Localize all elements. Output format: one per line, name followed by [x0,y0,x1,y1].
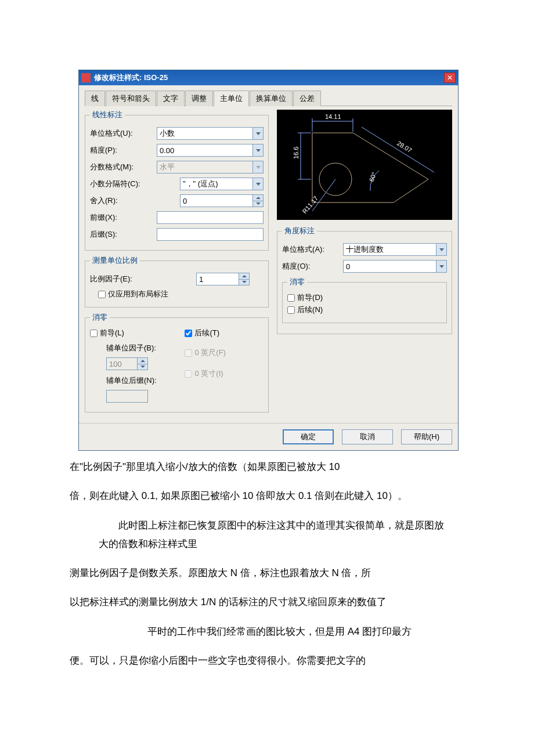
ang-unit-format-combo[interactable]: 十进制度数 [343,243,447,256]
sub-suffix-input [106,390,148,403]
tab-lines[interactable]: 线 [85,91,105,106]
dialog-title: 修改标注样式: ISO-25 [94,73,444,83]
ang-unit-format-label: 单位格式(A): [282,244,343,255]
trailing-checkbox[interactable] [185,330,192,337]
tab-strip: 线 符号和箭头 文字 调整 主单位 换算单位 公差 [85,90,452,106]
svg-text:28.07: 28.07 [396,140,413,154]
close-icon[interactable]: ✕ [444,73,456,83]
sub-factor-spinner: 100 [106,357,148,370]
scale-group: 测量单位比例 比例因子(E): 1 仅应用到布局标注 [85,255,269,308]
prefix-label: 前缀(X): [90,212,157,223]
layout-only-checkbox[interactable] [98,291,106,298]
chevron-down-icon [252,161,263,173]
tab-tolerance[interactable]: 公差 [293,91,321,106]
svg-line-12 [362,127,434,172]
cancel-button[interactable]: 取消 [342,429,393,444]
help-button[interactable]: 帮助(H) [401,429,452,444]
angular-legend: 角度标注 [282,226,317,236]
article-p6: 平时的工作中我们经常画的图比较大，但是用 A4 图打印最方 [128,623,453,641]
article-p1: 在"比例因子"那里填入缩小/放大的倍数（如果原图已被放大 10 [70,458,464,476]
tab-alt-units[interactable]: 换算单位 [250,91,293,106]
svg-line-3 [353,133,428,179]
ok-button[interactable]: 确定 [283,429,334,444]
tab-text[interactable]: 文字 [157,91,185,106]
modify-dimstyle-dialog: 修改标注样式: ISO-25 ✕ 线 符号和箭头 文字 调整 主单位 换算单位 … [78,70,459,451]
scale-factor-label: 比例因子(E): [90,274,157,284]
decimal-sep-combo[interactable]: "，" (逗点) [180,178,264,190]
scale-factor-spinner[interactable]: 1 [196,273,250,285]
zero-inch-label: 0 英寸(I) [194,368,223,379]
article-p4: 测量比例因子是倒数关系。原图放大 N 倍，标注也跟着放大 N 倍，所 [70,564,464,583]
suffix-label: 后缀(S): [90,229,157,240]
suffix-input[interactable] [157,228,264,241]
decimal-sep-label: 小数分隔符(C): [90,179,157,189]
unit-format-combo[interactable]: 小数 [157,127,264,140]
fraction-format-combo: 水平 [157,161,264,173]
ang-precision-combo[interactable]: 0 [343,260,447,273]
chevron-down-icon [436,244,446,255]
leading-checkbox[interactable] [90,330,98,337]
chevron-down-icon [252,128,263,139]
titlebar[interactable]: 修改标注样式: ISO-25 ✕ [79,70,458,85]
article-p3: 此时图上标注都已恢复原图中的标注这其中的道理其实很简单，就是原图放大的倍数和标注… [99,516,453,554]
linear-legend: 线性标注 [90,110,125,120]
trailing-label: 后续(T) [194,328,219,338]
article-p2: 倍，则在此键入 0.1, 如果原图已被缩小 10 倍即放大 0.1 倍则在此键入… [70,487,464,505]
round-label: 舍入(R): [90,196,157,206]
chevron-down-icon [436,261,446,272]
precision-label: 精度(P): [90,145,157,155]
ang-leading-label: 前导(D) [297,292,323,303]
sub-factor-label: 辅单位因子(B): [106,343,163,353]
zero-feet-checkbox [185,349,192,357]
tab-fit[interactable]: 调整 [185,91,213,106]
ang-leading-checkbox[interactable] [287,294,295,302]
ang-zero-legend: 消零 [287,277,307,287]
precision-combo[interactable]: 0.00 [157,144,264,157]
article-text: 在"比例因子"那里填入缩小/放大的倍数（如果原图已被放大 10 倍，则在此键入 … [70,458,464,670]
ang-trailing-checkbox[interactable] [287,306,295,314]
round-spinner[interactable]: 0 [180,194,264,207]
fraction-format-label: 分数格式(M): [90,162,157,172]
linear-dim-group: 线性标注 单位格式(U): 小数 精度(P): 0.00 分数格式(M): 水平 [85,110,269,251]
dimension-preview: 14.11 16.6 28.07 60° R11.17 [277,110,452,220]
unit-format-label: 单位格式(U): [90,128,157,139]
app-icon [81,73,91,82]
sub-suffix-label: 辅单位后缀(N): [106,375,163,386]
article-p5: 以把标注样式的测量比例放大 1/N 的话标注的尺寸就又缩回原来的数值了 [70,593,464,612]
tab-symbols[interactable]: 符号和箭头 [106,91,156,106]
layout-only-label: 仅应用到布局标注 [108,289,168,299]
svg-text:60°: 60° [368,171,378,183]
zero-legend: 消零 [90,312,110,323]
article-p7: 便。可以，只是你缩小后图中一些文字也变得很小。你需要把文字的 [70,652,464,670]
zero-suppress-group: 消零 前导(L) 辅单位因子(B): [85,312,269,413]
zero-feet-label: 0 英尺(F) [194,348,225,358]
svg-text:14.11: 14.11 [325,113,341,120]
svg-text:16.6: 16.6 [293,147,300,159]
zero-inch-checkbox [185,370,192,378]
tab-primary-units[interactable]: 主单位 [214,91,249,106]
button-bar: 确定 取消 帮助(H) [79,423,458,450]
svg-line-4 [394,179,428,202]
leading-label: 前导(L) [100,328,124,338]
chevron-down-icon [252,178,263,190]
prefix-input[interactable] [157,211,264,224]
scale-legend: 测量单位比例 [90,255,140,266]
angular-dim-group: 角度标注 单位格式(A): 十进制度数 精度(O): 0 消零 [277,226,452,334]
ang-precision-label: 精度(O): [282,261,343,272]
ang-zero-group: 消零 前导(D) 后续(N) [282,277,447,323]
chevron-down-icon [252,144,263,156]
ang-trailing-label: 后续(N) [297,305,323,315]
